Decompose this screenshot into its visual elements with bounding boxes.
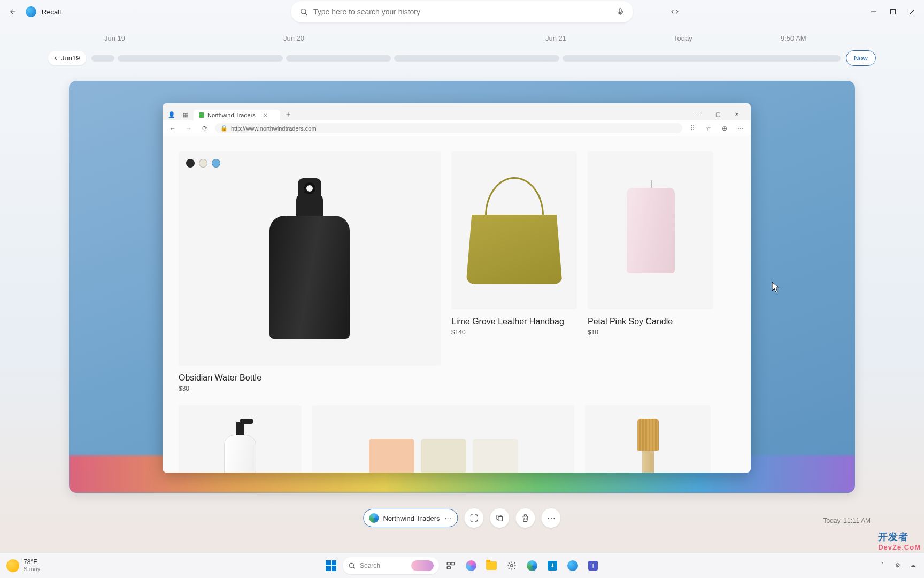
- snapshot-actionbar: Northwind Traders ⋯ ⋯: [363, 508, 560, 528]
- history-search-input[interactable]: [313, 7, 611, 16]
- product-price: $10: [588, 329, 713, 336]
- browser-tab[interactable]: Northwind Traders ✕: [194, 110, 280, 120]
- lock-icon: 🔒: [220, 125, 228, 132]
- svg-point-4: [349, 563, 353, 567]
- taskbar-search[interactable]: Search: [343, 557, 439, 574]
- browser-maximize-button[interactable]: ▢: [709, 108, 726, 120]
- weather-condition: Sunny: [24, 566, 40, 572]
- more-icon[interactable]: ⋯: [444, 514, 451, 522]
- taskbar-center: Search ⬇ T: [322, 557, 602, 574]
- profile-icon[interactable]: 👤: [166, 109, 178, 120]
- edge-icon[interactable]: [523, 557, 541, 574]
- timeline-label: Today: [674, 34, 692, 42]
- source-app-pill[interactable]: Northwind Traders ⋯: [363, 509, 458, 527]
- delete-button[interactable]: [516, 508, 535, 528]
- chevron-up-icon[interactable]: ˄: [878, 561, 888, 571]
- task-view-button[interactable]: [442, 557, 459, 574]
- chevron-left-icon: [52, 55, 59, 62]
- dev-toggle-button[interactable]: [666, 3, 683, 20]
- favicon-icon: [199, 112, 204, 118]
- browser-refresh-button[interactable]: ⟳: [199, 123, 211, 134]
- color-swatch[interactable]: [186, 159, 195, 168]
- product-card[interactable]: [585, 405, 711, 473]
- product-image: [224, 419, 256, 473]
- product-name: Obsidian Water Bottle: [179, 373, 441, 383]
- timeline-labels: Jun 19 Jun 20 Jun 21 Today 9:50 AM: [48, 34, 876, 47]
- copilot-icon[interactable]: [463, 557, 480, 574]
- maximize-button[interactable]: [884, 3, 902, 20]
- browser-addressbar-row: ← → ⟳ 🔒 http://www.northwindtraders.com …: [163, 120, 751, 136]
- new-tab-button[interactable]: ＋: [282, 109, 294, 120]
- browser-forward-button[interactable]: →: [183, 123, 195, 134]
- browser-url-input[interactable]: 🔒 http://www.northwindtraders.com: [215, 123, 682, 133]
- color-swatch[interactable]: [199, 159, 207, 168]
- app-title: Recall: [42, 8, 61, 16]
- svg-rect-6: [451, 562, 455, 565]
- watermark: 开发者 DevZe.CoM: [878, 530, 921, 551]
- mic-icon[interactable]: [616, 7, 625, 16]
- product-name: Petal Pink Soy Candle: [588, 317, 713, 326]
- product-price: $30: [179, 385, 441, 392]
- titlebar: Recall: [0, 0, 924, 24]
- product-image: [635, 419, 661, 473]
- product-image: [466, 177, 563, 284]
- collections-icon[interactable]: ⊕: [719, 123, 730, 134]
- screenshot-button[interactable]: [465, 508, 484, 528]
- color-swatch[interactable]: [212, 159, 220, 168]
- timeline-track[interactable]: [91, 55, 841, 62]
- product-card[interactable]: [179, 405, 302, 473]
- browser-minimize-button[interactable]: —: [690, 108, 707, 120]
- app-icon: [26, 6, 36, 17]
- tab-close-icon[interactable]: ✕: [263, 112, 267, 118]
- teams-icon[interactable]: T: [584, 557, 602, 574]
- search-icon: [299, 7, 308, 16]
- snapshot-timestamp: Today, 11:11 AM: [823, 517, 871, 524]
- product-image: [627, 188, 675, 273]
- browser-menu-button[interactable]: ⋯: [735, 123, 746, 134]
- workspaces-icon[interactable]: ▦: [180, 109, 191, 120]
- back-button[interactable]: [5, 4, 20, 19]
- store-icon[interactable]: ⬇: [544, 557, 561, 574]
- start-button[interactable]: [322, 557, 340, 574]
- product-card[interactable]: Petal Pink Soy Candle $10: [588, 151, 713, 392]
- settings-icon[interactable]: [503, 557, 520, 574]
- svg-rect-1: [619, 9, 621, 13]
- explorer-icon[interactable]: [483, 557, 500, 574]
- minimize-button[interactable]: [865, 3, 882, 20]
- weather-temp: 78°F: [24, 559, 40, 566]
- timeline-label: Jun 20: [283, 34, 304, 42]
- now-button[interactable]: Now: [846, 50, 876, 66]
- close-button[interactable]: [904, 3, 921, 20]
- timeline-date-pill[interactable]: Jun19: [48, 51, 86, 65]
- tray-settings-icon[interactable]: ⚙: [893, 561, 903, 571]
- browser-window: 👤 ▦ Northwind Traders ✕ ＋ — ▢ ✕ ← → ⟳ 🔒 …: [163, 103, 751, 473]
- product-card[interactable]: [312, 405, 574, 473]
- history-search[interactable]: [291, 1, 633, 22]
- more-actions-button[interactable]: ⋯: [542, 508, 561, 528]
- browser-window-controls: — ▢ ✕: [690, 108, 748, 120]
- product-card[interactable]: Lime Grove Leather Handbag $140: [451, 151, 577, 392]
- translate-icon[interactable]: ⠿: [687, 123, 698, 134]
- weather-widget[interactable]: 78°F Sunny: [6, 559, 40, 572]
- browser-close-button[interactable]: ✕: [728, 108, 745, 120]
- timeline-label: Jun 21: [545, 34, 566, 42]
- timeline-label: Jun 19: [104, 34, 125, 42]
- favorites-icon[interactable]: ☆: [703, 123, 714, 134]
- color-swatches: [186, 159, 220, 168]
- product-price: $140: [451, 329, 577, 336]
- product-image: [369, 439, 518, 473]
- snapshot-card: 👤 ▦ Northwind Traders ✕ ＋ — ▢ ✕ ← → ⟳ 🔒 …: [69, 81, 855, 493]
- copy-button[interactable]: [490, 508, 510, 528]
- window-controls: [865, 3, 921, 20]
- system-tray[interactable]: ˄ ⚙ ☁: [878, 561, 918, 571]
- recall-icon[interactable]: [564, 557, 581, 574]
- svg-rect-7: [447, 566, 450, 569]
- product-card[interactable]: Obsidian Water Bottle $30: [179, 151, 441, 392]
- svg-point-8: [511, 564, 513, 567]
- browser-back-button[interactable]: ←: [167, 123, 179, 134]
- cursor-icon: [772, 282, 780, 293]
- svg-rect-5: [447, 562, 450, 565]
- svg-rect-3: [498, 516, 503, 521]
- timeline-label: 9:50 AM: [781, 34, 806, 42]
- onedrive-icon[interactable]: ☁: [908, 561, 918, 571]
